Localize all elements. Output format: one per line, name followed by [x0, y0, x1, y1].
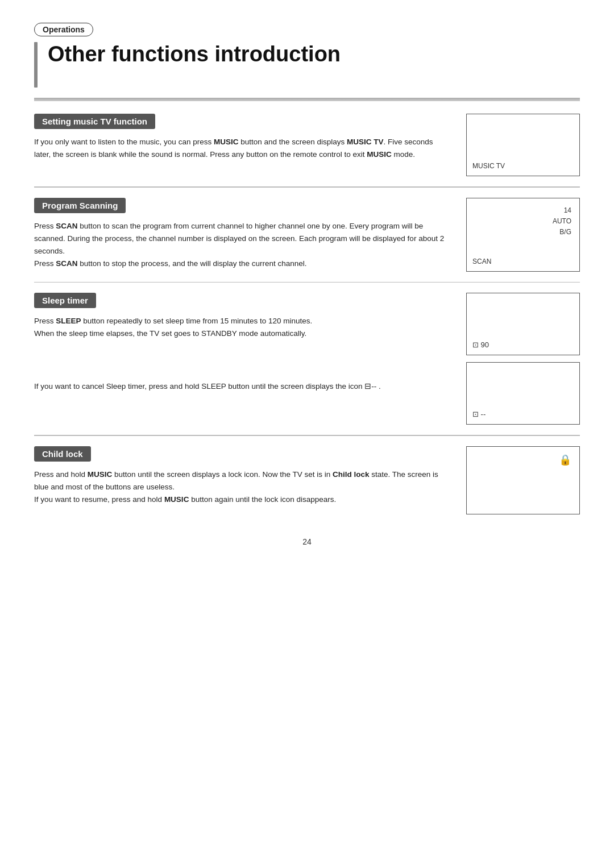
section-music-tv-body: If you only want to listen to the music,…: [34, 136, 449, 161]
child-lock-icon: 🔒: [559, 454, 571, 466]
page-number: 24: [34, 537, 580, 546]
section-child-lock: Child lock Press and hold MUSIC button u…: [34, 446, 580, 514]
page-title: Other functions introduction: [48, 42, 341, 67]
divider-3: [34, 435, 580, 436]
section-music-tv-right: MUSIC TV: [466, 114, 580, 176]
section-child-lock-left: Child lock Press and hold MUSIC button u…: [34, 446, 449, 514]
divider-2: [34, 282, 580, 283]
screen-box-sleep-90: ⊡ 90: [466, 293, 580, 355]
section-child-lock-right: 🔒: [466, 446, 580, 514]
title-vertical-bar: [34, 42, 38, 88]
screen-box-child-lock: 🔒: [466, 446, 580, 514]
screen-box-music-tv: MUSIC TV: [466, 114, 580, 176]
section-sleep-timer-body-2: If you want to cancel Sleep timer, press…: [34, 380, 449, 393]
section-child-lock-body: Press and hold MUSIC button until the sc…: [34, 468, 449, 506]
section-child-lock-header: Child lock: [34, 446, 91, 462]
section-music-tv: Setting music TV function If you only wa…: [34, 114, 580, 176]
section-program-scanning-left: Program Scanning Press SCAN button to sc…: [34, 198, 449, 272]
screen-box-sleep-dash-label: ⊡ --: [472, 410, 486, 418]
section-program-scanning-header: Program Scanning: [34, 198, 126, 213]
section-music-tv-left: Setting music TV function If you only wa…: [34, 114, 449, 176]
section-sleep-timer-left: Sleep timer Press SLEEP button repeatedl…: [34, 293, 449, 425]
screen-box-sleep-dash: ⊡ --: [466, 362, 580, 425]
screen-box-scan: SCAN 14AUTOB/G: [466, 198, 580, 272]
screen-box-sleep-90-label: ⊡ 90: [472, 340, 489, 349]
screen-box-scan-label-bottom: SCAN: [472, 258, 491, 265]
section-program-scanning: Program Scanning Press SCAN button to sc…: [34, 198, 580, 272]
section-music-tv-header: Setting music TV function: [34, 114, 155, 129]
operations-badge: Operations: [34, 23, 93, 36]
section-sleep-timer-right: ⊡ 90 ⊡ --: [466, 293, 580, 425]
section-sleep-timer: Sleep timer Press SLEEP button repeatedl…: [34, 293, 580, 425]
section-program-scanning-body: Press SCAN button to scan the program fr…: [34, 220, 449, 271]
section-sleep-timer-body-1: Press SLEEP button repeatedly to set sle…: [34, 315, 449, 340]
thick-divider: [34, 98, 580, 101]
screen-box-music-tv-label: MUSIC TV: [472, 162, 505, 170]
section-program-scanning-right: SCAN 14AUTOB/G: [466, 198, 580, 272]
divider-1: [34, 186, 580, 188]
screen-box-scan-label-right: 14AUTOB/G: [553, 205, 571, 238]
section-sleep-timer-header: Sleep timer: [34, 293, 96, 308]
